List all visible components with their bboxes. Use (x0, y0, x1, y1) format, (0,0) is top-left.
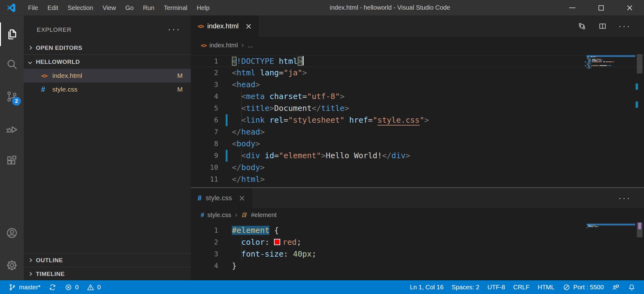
status-live-server-port[interactable]: Port : 5500 (559, 280, 608, 294)
git-branch-icon (8, 283, 16, 291)
minimap[interactable] (587, 55, 635, 70)
chevron-right-icon (28, 272, 32, 276)
status-indentation[interactable]: Spaces: 2 (448, 280, 483, 294)
status-text: UTF-8 (488, 284, 505, 291)
open-changes-icon (577, 21, 587, 31)
minimap-token (609, 65, 610, 66)
menu-go[interactable]: Go (121, 0, 138, 16)
activity-search[interactable] (0, 52, 24, 76)
code-line-7[interactable]: 7</head> (191, 126, 644, 138)
section-folder-helloworld[interactable]: HELLOWORLD (24, 55, 191, 69)
sidebar-more-actions-button[interactable]: ··· (168, 23, 181, 37)
breadcrumb-item[interactable]: style.css (207, 211, 231, 219)
code-line-1[interactable]: 1#element { (191, 225, 644, 236)
minimap-token (598, 60, 598, 61)
maximize-button[interactable] (587, 0, 615, 16)
activity-account[interactable] (0, 221, 24, 245)
tab-style-css[interactable]: #style.css× (191, 188, 252, 208)
tab-label: index.html (207, 22, 238, 30)
open-changes-button[interactable] (577, 21, 587, 31)
indent-guide (241, 91, 242, 126)
code-line-3[interactable]: 3 font-size: 40px; (191, 248, 644, 260)
activity-source-control[interactable]: 2 (0, 85, 24, 108)
split-editor-button[interactable] (598, 21, 607, 31)
file-style-css[interactable]: #style.cssM (24, 83, 191, 96)
breadcrumb-item[interactable]: index.html (209, 42, 238, 49)
status-language-mode[interactable]: HTML (534, 280, 559, 294)
code-line-8[interactable]: 8<body> (191, 138, 644, 150)
code-line-2[interactable]: 2 color: red; (191, 236, 644, 248)
minimap-token (587, 64, 589, 65)
window-title: index.html - helloworld - Visual Studio … (206, 4, 574, 11)
activity-settings[interactable] (0, 254, 24, 277)
line-number: 7 (191, 126, 218, 138)
minimize-button[interactable] (558, 0, 587, 16)
minimap-token (603, 61, 605, 62)
menu-edit[interactable]: Edit (43, 0, 63, 16)
menu-run[interactable]: Run (138, 0, 159, 16)
minimap-token (594, 225, 595, 226)
code-text: </body> (232, 162, 265, 173)
file-index-html[interactable]: <>index.htmlM (24, 69, 191, 83)
scrollbar[interactable] (635, 54, 644, 187)
gutter (218, 162, 232, 173)
css-file-icon: # (198, 194, 202, 202)
sync-icon (49, 283, 56, 291)
status-errors[interactable]: 0 (60, 280, 83, 294)
activity-run-debug[interactable] (0, 117, 24, 141)
close-button[interactable]: × (615, 0, 644, 16)
bell-icon (628, 283, 636, 291)
more-actions-icon[interactable]: ··· (618, 23, 631, 29)
code-line-1[interactable]: 1<!DOCTYPE html> (191, 55, 644, 67)
breadcrumb-item[interactable]: ... (248, 42, 253, 49)
menu-file[interactable]: File (23, 0, 43, 16)
status-eol[interactable]: CRLF (509, 280, 533, 294)
tab-close-icon[interactable]: × (238, 193, 245, 203)
code-editor-2[interactable]: 1#element {2 color: red;3 font-size: 40p… (191, 222, 644, 280)
menu-selection[interactable]: Selection (63, 0, 98, 16)
minimap-token (600, 65, 607, 66)
menu-terminal[interactable]: Terminal (159, 0, 192, 16)
code-line-3[interactable]: 3<head> (191, 79, 644, 91)
menu-view[interactable]: View (98, 0, 121, 16)
status-warnings[interactable]: 0 (83, 280, 105, 294)
code-line-10[interactable]: 10</body> (191, 162, 644, 173)
minimap-token (594, 226, 594, 227)
code-line-4[interactable]: 4} (191, 260, 644, 272)
code-line-6[interactable]: 6 <link rel="stylesheet" href="style.css… (191, 114, 644, 126)
status-encoding[interactable]: UTF-8 (483, 280, 509, 294)
activity-extensions[interactable] (0, 149, 24, 173)
section-open-editors[interactable]: OPEN EDITORS (24, 41, 191, 55)
tab-close-icon[interactable]: × (245, 21, 252, 31)
section-timeline[interactable]: TIMELINE (24, 267, 191, 281)
code-line-11[interactable]: 11</html> (191, 173, 644, 185)
minimap-token (593, 60, 597, 61)
minimap-token (591, 63, 591, 64)
code-line-2[interactable]: 2<html lang="ja"> (191, 67, 644, 79)
status-cursor-position[interactable]: Ln 1, Col 16 (406, 280, 448, 294)
more-actions-icon[interactable]: ··· (618, 195, 631, 201)
menu-help[interactable]: Help (192, 0, 214, 16)
breadcrumb-item[interactable]: #element (251, 211, 276, 219)
status-sync[interactable] (45, 280, 60, 294)
activity-explorer[interactable] (0, 22, 24, 46)
menu-bar: FileEditSelectionViewGoRunTerminalHelp (23, 0, 214, 16)
code-line-5[interactable]: 5 <title>Document</title> (191, 102, 644, 114)
section-outline[interactable]: OUTLINE (24, 253, 191, 267)
html-file-icon: <> (198, 22, 203, 30)
status-notifications[interactable] (624, 280, 640, 294)
scrollbar[interactable] (635, 222, 644, 280)
indent-guide (241, 150, 242, 162)
status-feedback[interactable] (608, 280, 624, 294)
line-number: 11 (191, 173, 218, 185)
tab-index-html[interactable]: <>index.html× (191, 16, 259, 37)
scrollbar-thumb[interactable] (637, 54, 642, 74)
status-git-branch[interactable]: master* (4, 280, 45, 294)
code-line-4[interactable]: 4 <meta charset="utf-8"> (191, 91, 644, 102)
minimap[interactable] (587, 224, 635, 230)
minimap-token (587, 66, 587, 67)
color-swatch-red[interactable] (274, 239, 280, 245)
code-editor-1[interactable]: 1<!DOCTYPE html>2<html lang="ja">3<head>… (191, 54, 644, 187)
code-line-9[interactable]: 9 <div id="element">Hello World!</div> (191, 150, 644, 162)
status-text: Port : 5500 (573, 284, 604, 291)
